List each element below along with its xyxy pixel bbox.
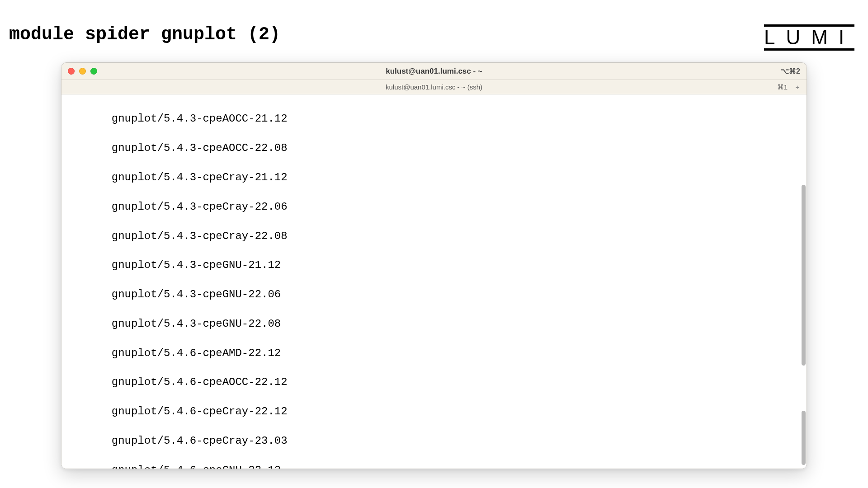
tab-bar: kulust@uan01.lumi.csc - ~ (ssh) ⌘1 + — [61, 80, 807, 94]
module-version: gnuplot/5.4.3-cpeGNU-22.06 — [66, 287, 802, 302]
module-version: gnuplot/5.4.3-cpeCray-22.08 — [66, 229, 802, 244]
module-version: gnuplot/5.4.3-cpeAOCC-21.12 — [66, 112, 802, 126]
traffic-lights — [68, 68, 97, 75]
plus-icon: + — [796, 83, 800, 91]
module-version: gnuplot/5.4.3-cpeCray-22.06 — [66, 200, 802, 214]
module-version: gnuplot/5.4.3-cpeAOCC-22.08 — [66, 141, 802, 155]
maximize-icon[interactable] — [90, 68, 97, 75]
new-tab-button[interactable]: + — [792, 82, 803, 93]
module-version: gnuplot/5.4.6-cpeCray-22.12 — [66, 404, 802, 419]
module-version: gnuplot/5.4.6-cpeAOCC-22.12 — [66, 375, 802, 389]
module-version: gnuplot/5.4.3-cpeCray-21.12 — [66, 170, 802, 185]
tab-shortcut-label: ⌘1 — [777, 83, 788, 91]
module-version: gnuplot/5.4.6-cpeCray-23.03 — [66, 434, 802, 448]
module-version: gnuplot/5.4.6-cpeAMD-22.12 — [66, 346, 802, 361]
slide-title: module spider gnuplot (2) — [9, 24, 280, 45]
window-shortcut-label: ⌥⌘2 — [781, 67, 800, 75]
module-version: gnuplot/5.4.3-cpeGNU-21.12 — [66, 258, 802, 272]
scrollbar-thumb[interactable] — [802, 185, 806, 366]
tab-title[interactable]: kulust@uan01.lumi.csc - ~ (ssh) — [61, 83, 807, 91]
scrollbar-thumb[interactable] — [802, 411, 806, 465]
window-titlebar: kulust@uan01.lumi.csc - ~ ⌥⌘2 — [61, 63, 807, 80]
logo-text: LUMI — [764, 27, 854, 48]
window-title: kulust@uan01.lumi.csc - ~ — [61, 67, 807, 76]
module-version: gnuplot/5.4.6-cpeGNU-22.12 — [66, 463, 802, 469]
lumi-logo: LUMI — [764, 24, 854, 51]
terminal-window: kulust@uan01.lumi.csc - ~ ⌥⌘2 kulust@uan… — [61, 62, 807, 469]
module-version: gnuplot/5.4.3-cpeGNU-22.08 — [66, 317, 802, 331]
minimize-icon[interactable] — [79, 68, 86, 75]
close-icon[interactable] — [68, 68, 75, 75]
tab-right-group: ⌘1 + — [777, 82, 803, 93]
terminal-output[interactable]: gnuplot/5.4.3-cpeAOCC-21.12 gnuplot/5.4.… — [61, 94, 807, 469]
logo-line-bottom — [764, 48, 854, 51]
